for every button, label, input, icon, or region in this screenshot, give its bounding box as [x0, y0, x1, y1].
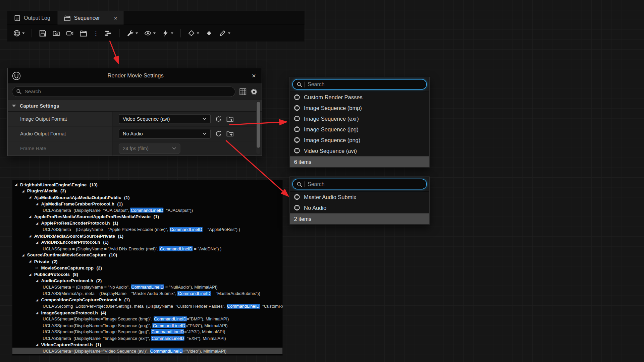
tree-node-label: ImageSequenceProtocol.h — [41, 310, 98, 315]
actions-button[interactable] — [125, 28, 140, 38]
tree-expander-icon[interactable]: ◢ — [36, 298, 41, 302]
tab-output-log[interactable]: Output Log — [7, 11, 57, 24]
save-button[interactable] — [37, 28, 48, 38]
tree-row[interactable]: ◢ D:\github\UnrealEngine\Engine (13) — [12, 181, 283, 188]
tree-node-count: (2) — [96, 278, 102, 283]
chevron-down-icon — [228, 32, 230, 34]
tree-expander-icon[interactable]: ◢ — [22, 189, 27, 193]
create-camera-button[interactable] — [64, 28, 75, 38]
tree-row[interactable]: UCLASS(meta=(DisplayName="Video Sequence… — [12, 348, 283, 354]
tree-row[interactable]: ◢ Source\Runtime\MovieSceneCapture (10) — [12, 252, 283, 258]
popup-search-box[interactable]: Search — [292, 179, 427, 189]
tree-row[interactable]: UCLASS(meta = (DisplayName = "Apple ProR… — [12, 226, 283, 233]
code-text: UCLASS(meta=(DisplayName="Image Sequence… — [43, 336, 151, 341]
kebab-menu-icon[interactable]: ⋮ — [92, 29, 100, 37]
image-output-format-dropdown[interactable]: Video Sequence (avi) — [119, 114, 211, 124]
dropdown-option[interactable]: Custom Render Passes — [290, 92, 429, 103]
dropdown-option[interactable]: Video Sequence (avi) — [290, 145, 429, 156]
tree-row[interactable]: ◢ Private (2) — [12, 258, 283, 264]
tree-row[interactable]: UCLASS(meta = (DisplayName = "No Audio",… — [12, 284, 283, 290]
browse-to-asset-icon[interactable] — [226, 115, 233, 123]
tree-row[interactable]: UCLASS(meta = (DisplayName = "Avid DNx E… — [12, 245, 283, 252]
audio-output-format-dropdown[interactable]: No Audio — [119, 129, 211, 138]
tree-expander-icon[interactable]: ◢ — [36, 240, 41, 244]
gear-icon[interactable] — [251, 88, 258, 95]
use-selected-asset-icon[interactable] — [214, 115, 222, 123]
tree-row[interactable]: ◢ AvidDNxEncoderProtocol.h (1) — [12, 239, 283, 245]
tree-row[interactable]: UCLASS(MinimalApi, meta = (DisplayName =… — [12, 290, 283, 297]
dropdown-option[interactable]: Image Sequence (bmp) — [290, 103, 429, 113]
tree-expander-icon[interactable]: ◢ — [29, 259, 34, 263]
tree-row[interactable]: ◢ AudioCaptureProtocol.h (2) — [12, 278, 283, 284]
class-sphere-icon — [294, 94, 301, 101]
code-match-highlight: CommandLineID — [154, 316, 187, 321]
browse-to-asset-icon[interactable] — [226, 130, 233, 137]
edit-options-button[interactable] — [217, 28, 232, 38]
toolbar-separator — [32, 29, 32, 37]
tree-row[interactable]: ◢ Public\Protocols (8) — [12, 271, 283, 278]
tree-expander-icon[interactable]: ◢ — [36, 202, 41, 206]
tree-expander-icon[interactable]: ◢ — [29, 215, 34, 219]
tree-expander-icon[interactable]: ▷ — [36, 266, 41, 269]
close-tab-icon[interactable]: × — [114, 15, 117, 21]
tree-row[interactable]: ◢ CompositionGraphCaptureProtocol.h (1) — [12, 297, 283, 303]
settings-search-box[interactable] — [12, 86, 235, 97]
dialog-scrollbar[interactable] — [256, 101, 260, 154]
dropdown-option[interactable]: Image Sequence (exr) — [290, 113, 429, 124]
annotation-arrow — [110, 41, 119, 64]
tree-row[interactable]: ◢ Plugins\Media (3) — [12, 188, 283, 194]
tree-expander-icon[interactable]: ◢ — [36, 311, 41, 314]
find-in-content-browser-button[interactable] — [51, 28, 62, 38]
tree-row[interactable]: UCLASS(meta=(DisplayName="Image Sequence… — [12, 316, 283, 322]
tree-row[interactable]: UCLASS(meta=(DisplayName="Image Sequence… — [12, 322, 283, 328]
class-sphere-icon — [294, 204, 301, 211]
dropdown-value: 24 fps (film) — [123, 145, 149, 151]
tree-node-label: AvidDNxMedia\Source\Source\Private — [34, 233, 115, 238]
close-dialog-icon[interactable]: × — [250, 72, 258, 80]
tree-expander-icon[interactable]: ◢ — [29, 273, 34, 276]
tree-expander-icon[interactable]: ◢ — [29, 234, 34, 238]
tree-row[interactable]: ◢ ImageSequenceProtocol.h (4) — [12, 309, 283, 316]
tree-row[interactable]: ◢ AppleProResEncoderProtocol.h (1) — [12, 220, 283, 226]
dropdown-option[interactable]: Image Sequence (jpg) — [290, 124, 429, 135]
render-movie-button[interactable] — [78, 28, 89, 38]
tree-expander-icon[interactable]: ◢ — [15, 183, 20, 186]
tree-row[interactable]: ▷ MovieSceneCapture.cpp (2) — [12, 264, 283, 271]
tree-row[interactable]: UCLASS(meta=(DisplayName="Image Sequence… — [12, 328, 283, 335]
tree-row[interactable]: ◢ AjaMediaFrameGrabberProtocol.h (1) — [12, 201, 283, 207]
use-selected-asset-icon[interactable] — [214, 130, 222, 137]
dropdown-option[interactable]: Image Sequence (png) — [290, 135, 429, 145]
dropdown-option[interactable]: Master Audio Submix — [290, 192, 429, 202]
tree-expander-icon[interactable]: ◢ — [36, 221, 41, 225]
tree-row[interactable]: UCLASS(config=EditorPerProjectUserSettin… — [12, 303, 283, 309]
keyframe-options-button[interactable] — [186, 28, 201, 38]
search-icon — [16, 88, 22, 94]
tab-bar: Output Log Sequencer × — [7, 11, 304, 25]
tree-row[interactable]: ◢ AjaMedia\Source\AjaMediaOutput\Public … — [12, 194, 283, 200]
tree-row[interactable]: ◢ AvidDNxMedia\Source\Source\Private (1) — [12, 233, 283, 239]
code-match-highlight: CommandLineID — [169, 227, 203, 232]
code-text: = "AppleProRes") ) — [203, 227, 240, 232]
auto-key-button[interactable] — [204, 28, 214, 38]
tree-row[interactable]: UCLASS(meta=(DisplayName="Image Sequence… — [12, 335, 283, 341]
tree-expander-icon[interactable]: ◢ — [22, 253, 27, 257]
popup-search-box[interactable]: Search — [292, 79, 427, 89]
dropdown-option[interactable]: No Audio — [290, 202, 429, 213]
details-grid-icon[interactable] — [239, 88, 247, 95]
playback-options-button[interactable] — [160, 28, 175, 38]
tree-row[interactable]: ◢ AppleProResMedia\Source\AppleProResMed… — [12, 214, 283, 220]
scrollbar-thumb[interactable] — [257, 102, 260, 148]
tab-sequencer[interactable]: Sequencer × — [58, 11, 124, 24]
tree-expander-icon[interactable]: ◢ — [36, 279, 41, 283]
settings-search-input[interactable] — [24, 88, 231, 94]
view-options-button[interactable] — [143, 28, 157, 38]
sequencer-tracks-button[interactable] — [103, 28, 114, 38]
tree-expander-icon[interactable]: ◢ — [29, 195, 34, 199]
tree-row[interactable]: UCLASS(meta=(DisplayName="AJA Output", C… — [12, 207, 283, 214]
world-context-button[interactable] — [11, 28, 26, 38]
tree-expander-icon[interactable]: ◢ — [36, 343, 41, 347]
tree-row[interactable]: ◢ VideoCaptureProtocol.h (1) — [12, 342, 283, 348]
code-text: ="AJAOutput")) — [164, 208, 193, 213]
code-text: ="EXR"), MinimalAPI) — [184, 336, 226, 341]
capture-settings-section-header[interactable]: Capture Settings — [8, 100, 262, 111]
